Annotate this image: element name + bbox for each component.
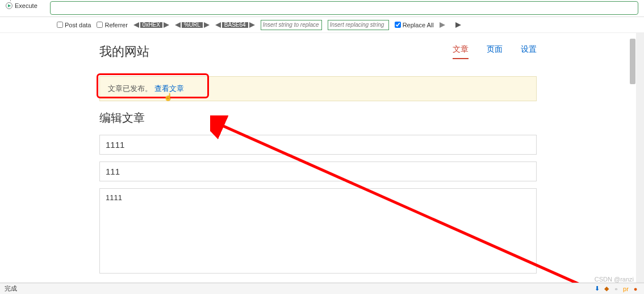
- top-toolbar: Split URL ▶ Execute: [0, 0, 644, 17]
- post-data-label: Post data: [65, 22, 91, 28]
- tag-icon[interactable]: ◆: [603, 285, 610, 293]
- view-article-link[interactable]: 查看文章: [154, 84, 184, 93]
- cursor-icon: ☝: [164, 93, 173, 101]
- browser-viewport: 我的网站 文章 页面 设置 文章已发布。 查看文章 ☝ 编辑文章 1111: [0, 33, 644, 283]
- execute-replace-arrows-2[interactable]: [455, 22, 466, 28]
- article-content-textarea[interactable]: 1111: [99, 188, 537, 274]
- page-content: 我的网站 文章 页面 设置 文章已发布。 查看文章 ☝ 编辑文章 1111: [94, 33, 542, 283]
- replace-all-input[interactable]: [395, 22, 401, 28]
- base64-label: BASE64: [222, 22, 248, 28]
- post-data-input[interactable]: [57, 22, 63, 28]
- site-title: 我的网站: [99, 43, 149, 60]
- options-toolbar: Post data Referrer 0xHEX %URL BASE64 Rep…: [0, 17, 644, 33]
- url-label: %URL: [182, 22, 203, 28]
- execute-replace-arrows[interactable]: [440, 22, 450, 28]
- main-nav: 文章 页面 设置: [453, 44, 537, 59]
- nav-page[interactable]: 页面: [487, 44, 503, 59]
- url-input-outline: [50, 1, 638, 15]
- url-badge[interactable]: %URL: [175, 22, 210, 28]
- chevron-right-icon: [440, 22, 445, 28]
- hex-badge[interactable]: 0xHEX: [133, 22, 169, 28]
- base64-badge[interactable]: BASE64: [215, 22, 255, 28]
- notice-text: 文章已发布。: [108, 84, 152, 93]
- top-left-menu: Split URL ▶ Execute: [6, 0, 37, 9]
- pr-icon[interactable]: pr: [622, 285, 630, 293]
- hex-label: 0xHEX: [140, 22, 162, 28]
- nav-settings[interactable]: 设置: [521, 44, 537, 59]
- generic-icon[interactable]: ▫: [612, 285, 620, 293]
- post-data-checkbox[interactable]: Post data: [57, 22, 91, 28]
- article-subtitle-input[interactable]: [99, 162, 537, 181]
- referrer-input[interactable]: [97, 22, 103, 28]
- insert-replacing-input[interactable]: [328, 20, 389, 30]
- article-title-input[interactable]: [99, 135, 537, 155]
- referrer-checkbox[interactable]: Referrer: [97, 22, 127, 28]
- scrollbar-thumb[interactable]: [630, 39, 635, 84]
- execute-label: Execute: [15, 2, 37, 9]
- split-url-item[interactable]: Split URL: [6, 0, 37, 1]
- replace-all-checkbox[interactable]: Replace All: [395, 22, 434, 28]
- chevron-left-icon: [215, 22, 221, 28]
- publish-notice: 文章已发布。 查看文章 ☝: [99, 76, 537, 101]
- status-text: 完成: [5, 284, 17, 293]
- chevron-right-icon: [249, 22, 255, 28]
- play-icon: ▶: [6, 2, 12, 9]
- watermark: CSDN @ranzi: [595, 276, 634, 283]
- bug-icon[interactable]: ●: [632, 285, 639, 293]
- insert-replace-input[interactable]: [261, 20, 322, 30]
- site-header: 我的网站 文章 页面 设置: [99, 43, 537, 60]
- download-icon[interactable]: ⬇: [593, 285, 601, 293]
- chevron-right-icon: [204, 22, 210, 28]
- chevron-left-icon: [175, 22, 181, 28]
- status-bar: 完成 ⬇ ◆ ▫ pr ●: [0, 283, 644, 294]
- edit-article-title: 编辑文章: [99, 110, 537, 126]
- status-icons: ⬇ ◆ ▫ pr ●: [593, 285, 639, 293]
- chevron-left-icon: [133, 22, 139, 28]
- chevron-right-icon: [164, 22, 169, 28]
- nav-article[interactable]: 文章: [453, 44, 469, 59]
- replace-all-label: Replace All: [403, 22, 434, 28]
- execute-item[interactable]: ▶ Execute: [6, 2, 37, 9]
- chevron-right-icon: [455, 22, 461, 28]
- referrer-label: Referrer: [104, 22, 127, 28]
